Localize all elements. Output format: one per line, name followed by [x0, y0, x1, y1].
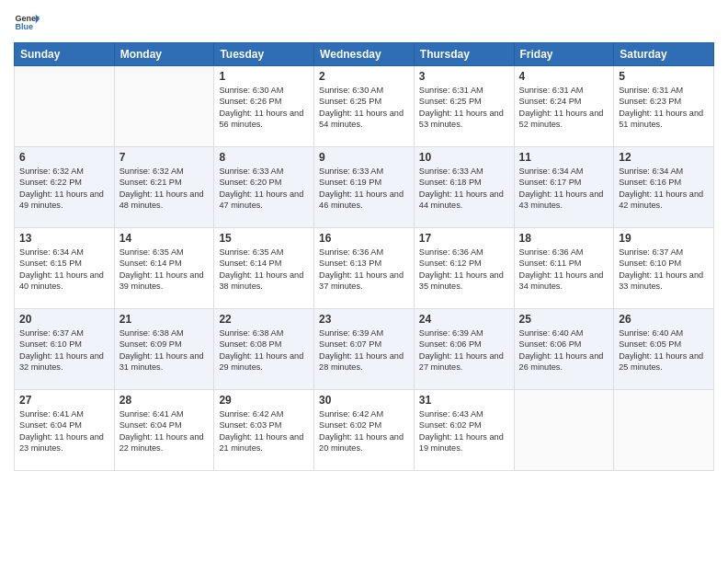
calendar-cell-7: 7Sunrise: 6:32 AMSunset: 6:21 PMDaylight… [114, 147, 214, 228]
day-number: 31 [419, 394, 509, 407]
logo: General Blue [14, 9, 40, 35]
day-header-saturday: Saturday [614, 43, 714, 66]
calendar-cell-21: 21Sunrise: 6:38 AMSunset: 6:09 PMDayligh… [114, 309, 214, 390]
empty-cell [15, 66, 115, 147]
empty-cell [114, 66, 214, 147]
cell-text: Sunrise: 6:36 AMSunset: 6:13 PMDaylight:… [319, 247, 404, 291]
day-header-wednesday: Wednesday [314, 43, 415, 66]
svg-text:Blue: Blue [15, 22, 33, 31]
calendar-cell-14: 14Sunrise: 6:35 AMSunset: 6:14 PMDayligh… [114, 228, 214, 309]
day-number: 14 [119, 232, 210, 245]
logo-icon: General Blue [14, 9, 40, 35]
day-number: 19 [619, 232, 709, 245]
calendar-cell-4: 4Sunrise: 6:31 AMSunset: 6:24 PMDaylight… [514, 66, 614, 147]
day-number: 27 [19, 394, 109, 407]
calendar-cell-30: 30Sunrise: 6:42 AMSunset: 6:02 PMDayligh… [314, 390, 415, 471]
cell-text: Sunrise: 6:31 AMSunset: 6:25 PMDaylight:… [419, 86, 504, 129]
cell-text: Sunrise: 6:31 AMSunset: 6:24 PMDaylight:… [519, 86, 604, 129]
cell-text: Sunrise: 6:36 AMSunset: 6:12 PMDaylight:… [419, 247, 504, 291]
calendar-cell-3: 3Sunrise: 6:31 AMSunset: 6:25 PMDaylight… [414, 66, 514, 147]
day-number: 26 [619, 313, 709, 326]
day-header-friday: Friday [514, 43, 614, 66]
day-number: 21 [119, 313, 210, 326]
calendar-cell-9: 9Sunrise: 6:33 AMSunset: 6:19 PMDaylight… [314, 147, 415, 228]
calendar-cell-23: 23Sunrise: 6:39 AMSunset: 6:07 PMDayligh… [314, 309, 415, 390]
calendar-cell-6: 6Sunrise: 6:32 AMSunset: 6:22 PMDaylight… [15, 147, 115, 228]
cell-text: Sunrise: 6:33 AMSunset: 6:19 PMDaylight:… [319, 167, 404, 210]
cell-text: Sunrise: 6:41 AMSunset: 6:04 PMDaylight:… [119, 409, 204, 453]
calendar-cell-19: 19Sunrise: 6:37 AMSunset: 6:10 PMDayligh… [614, 228, 714, 309]
day-number: 12 [619, 151, 709, 164]
day-number: 7 [119, 151, 210, 164]
day-number: 17 [419, 232, 509, 245]
cell-text: Sunrise: 6:43 AMSunset: 6:02 PMDaylight:… [419, 409, 504, 453]
cell-text: Sunrise: 6:31 AMSunset: 6:23 PMDaylight:… [619, 86, 703, 129]
calendar-cell-18: 18Sunrise: 6:36 AMSunset: 6:11 PMDayligh… [514, 228, 614, 309]
day-number: 29 [219, 394, 309, 407]
day-number: 3 [419, 70, 509, 83]
day-number: 18 [519, 232, 609, 245]
day-header-thursday: Thursday [414, 43, 514, 66]
cell-text: Sunrise: 6:39 AMSunset: 6:06 PMDaylight:… [419, 328, 504, 372]
cell-text: Sunrise: 6:37 AMSunset: 6:10 PMDaylight:… [619, 247, 703, 291]
calendar-cell-2: 2Sunrise: 6:30 AMSunset: 6:25 PMDaylight… [314, 66, 415, 147]
cell-text: Sunrise: 6:30 AMSunset: 6:25 PMDaylight:… [319, 86, 404, 129]
calendar-cell-24: 24Sunrise: 6:39 AMSunset: 6:06 PMDayligh… [414, 309, 514, 390]
cell-text: Sunrise: 6:34 AMSunset: 6:15 PMDaylight:… [19, 247, 104, 291]
day-number: 11 [519, 151, 609, 164]
calendar-cell-22: 22Sunrise: 6:38 AMSunset: 6:08 PMDayligh… [214, 309, 314, 390]
cell-text: Sunrise: 6:37 AMSunset: 6:10 PMDaylight:… [19, 328, 104, 372]
day-number: 24 [419, 313, 509, 326]
cell-text: Sunrise: 6:41 AMSunset: 6:04 PMDaylight:… [19, 409, 104, 453]
cell-text: Sunrise: 6:33 AMSunset: 6:20 PMDaylight:… [219, 167, 303, 210]
calendar-cell-25: 25Sunrise: 6:40 AMSunset: 6:06 PMDayligh… [514, 309, 614, 390]
cell-text: Sunrise: 6:40 AMSunset: 6:06 PMDaylight:… [519, 328, 604, 372]
day-header-sunday: Sunday [15, 43, 115, 66]
cell-text: Sunrise: 6:34 AMSunset: 6:16 PMDaylight:… [619, 167, 703, 210]
empty-cell [514, 390, 614, 471]
calendar-cell-28: 28Sunrise: 6:41 AMSunset: 6:04 PMDayligh… [114, 390, 214, 471]
day-number: 25 [519, 313, 609, 326]
calendar-cell-31: 31Sunrise: 6:43 AMSunset: 6:02 PMDayligh… [414, 390, 514, 471]
day-number: 1 [219, 70, 309, 83]
day-number: 23 [319, 313, 409, 326]
cell-text: Sunrise: 6:32 AMSunset: 6:22 PMDaylight:… [19, 167, 104, 210]
calendar-cell-1: 1Sunrise: 6:30 AMSunset: 6:26 PMDaylight… [214, 66, 314, 147]
cell-text: Sunrise: 6:35 AMSunset: 6:14 PMDaylight:… [219, 247, 303, 291]
calendar-cell-10: 10Sunrise: 6:33 AMSunset: 6:18 PMDayligh… [414, 147, 514, 228]
cell-text: Sunrise: 6:40 AMSunset: 6:05 PMDaylight:… [619, 328, 703, 372]
calendar-cell-12: 12Sunrise: 6:34 AMSunset: 6:16 PMDayligh… [614, 147, 714, 228]
day-number: 6 [19, 151, 109, 164]
cell-text: Sunrise: 6:30 AMSunset: 6:26 PMDaylight:… [219, 86, 303, 129]
cell-text: Sunrise: 6:42 AMSunset: 6:02 PMDaylight:… [319, 409, 404, 453]
day-number: 15 [219, 232, 309, 245]
cell-text: Sunrise: 6:32 AMSunset: 6:21 PMDaylight:… [119, 167, 204, 210]
day-number: 16 [319, 232, 409, 245]
page: General Blue SundayMondayTuesdayWednesda… [0, 0, 728, 563]
day-number: 30 [319, 394, 409, 407]
day-number: 2 [319, 70, 409, 83]
cell-text: Sunrise: 6:33 AMSunset: 6:18 PMDaylight:… [419, 167, 504, 210]
day-number: 5 [619, 70, 709, 83]
day-number: 13 [19, 232, 109, 245]
cell-text: Sunrise: 6:34 AMSunset: 6:17 PMDaylight:… [519, 167, 604, 210]
day-number: 9 [319, 151, 409, 164]
cell-text: Sunrise: 6:42 AMSunset: 6:03 PMDaylight:… [219, 409, 303, 453]
day-number: 10 [419, 151, 509, 164]
calendar-cell-29: 29Sunrise: 6:42 AMSunset: 6:03 PMDayligh… [214, 390, 314, 471]
day-number: 20 [19, 313, 109, 326]
day-header-tuesday: Tuesday [214, 43, 314, 66]
calendar-cell-20: 20Sunrise: 6:37 AMSunset: 6:10 PMDayligh… [15, 309, 115, 390]
day-number: 4 [519, 70, 609, 83]
calendar-cell-16: 16Sunrise: 6:36 AMSunset: 6:13 PMDayligh… [314, 228, 415, 309]
cell-text: Sunrise: 6:38 AMSunset: 6:09 PMDaylight:… [119, 328, 204, 372]
cell-text: Sunrise: 6:36 AMSunset: 6:11 PMDaylight:… [519, 247, 604, 291]
day-header-monday: Monday [114, 43, 214, 66]
day-number: 8 [219, 151, 309, 164]
calendar-cell-8: 8Sunrise: 6:33 AMSunset: 6:20 PMDaylight… [214, 147, 314, 228]
calendar-cell-13: 13Sunrise: 6:34 AMSunset: 6:15 PMDayligh… [15, 228, 115, 309]
day-number: 22 [219, 313, 309, 326]
calendar-cell-5: 5Sunrise: 6:31 AMSunset: 6:23 PMDaylight… [614, 66, 714, 147]
calendar-table: SundayMondayTuesdayWednesdayThursdayFrid… [14, 42, 714, 471]
cell-text: Sunrise: 6:39 AMSunset: 6:07 PMDaylight:… [319, 328, 404, 372]
